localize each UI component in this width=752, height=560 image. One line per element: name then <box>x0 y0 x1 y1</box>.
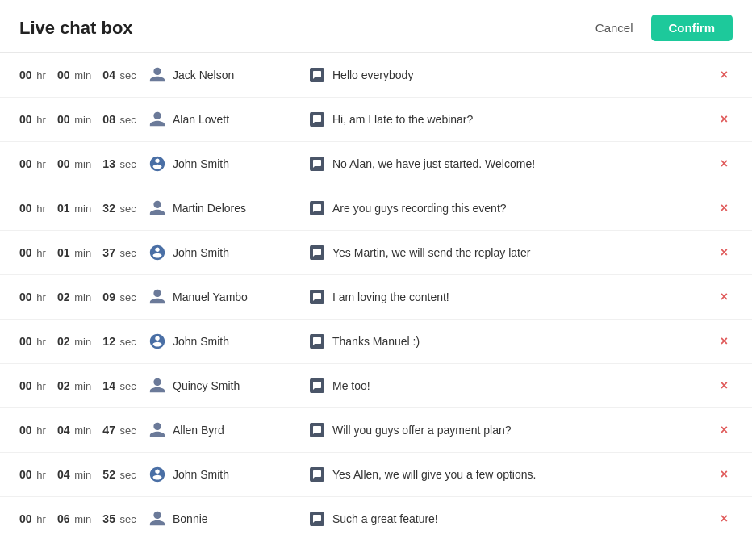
time-hr: 00 <box>19 69 32 81</box>
delete-button[interactable]: × <box>716 155 733 173</box>
time-sec-label: sec <box>117 247 136 259</box>
chat-bubble-icon <box>310 157 324 171</box>
message-text: Yes Allen, we will give you a few option… <box>332 468 536 481</box>
chat-bubble-icon <box>310 112 324 127</box>
guest-icon <box>148 199 166 217</box>
time-hr: 00 <box>19 335 32 348</box>
delete-button[interactable]: × <box>716 244 733 261</box>
time-sec: 04 <box>102 69 115 81</box>
message-text: Hi, am I late to the webinar? <box>332 113 473 126</box>
time-block: 00 hr 02 min 09 sec <box>19 290 148 303</box>
delete-button[interactable]: × <box>716 66 733 84</box>
cancel-button[interactable]: Cancel <box>587 16 641 40</box>
time-min-label: min <box>72 380 98 392</box>
time-hr: 00 <box>19 246 32 259</box>
chat-bubble-icon <box>310 290 324 304</box>
chat-bubble-icon <box>310 245 324 260</box>
table-row: 00 hr 00 min 08 sec Alan LovettHi, am I … <box>0 98 752 142</box>
time-block: 00 hr 01 min 37 sec <box>19 246 148 259</box>
user-name: John Smith <box>173 335 229 348</box>
time-sec: 52 <box>102 468 115 481</box>
time-min-label: min <box>72 291 98 303</box>
delete-button[interactable]: × <box>716 332 733 350</box>
time-hr-label: hr <box>34 336 52 348</box>
time-sec: 47 <box>102 424 115 437</box>
time-block: 00 hr 00 min 13 sec <box>19 157 148 170</box>
time-min-label: min <box>72 247 98 259</box>
time-hr: 00 <box>19 424 32 437</box>
time-block: 00 hr 00 min 08 sec <box>19 113 148 126</box>
time-min-label: min <box>72 203 98 215</box>
delete-button[interactable]: × <box>716 466 733 483</box>
user-name: Quincy Smith <box>173 379 240 392</box>
host-icon <box>148 244 166 261</box>
message-block: Yes Allen, we will give you a few option… <box>310 467 716 482</box>
user-name: John Smith <box>173 246 229 259</box>
time-hr: 00 <box>19 290 32 303</box>
table-row: 00 hr 00 min 13 sec John SmithNo Alan, w… <box>0 142 752 186</box>
user-block: Alan Lovett <box>148 111 310 128</box>
chat-bubble-icon <box>310 201 324 215</box>
message-text: I am loving the content! <box>332 290 449 303</box>
guest-icon <box>148 377 166 395</box>
delete-button[interactable]: × <box>716 510 733 528</box>
time-min: 04 <box>57 424 70 437</box>
time-hr: 00 <box>19 468 32 481</box>
time-min-label: min <box>72 469 98 481</box>
delete-button[interactable]: × <box>716 111 733 128</box>
time-hr: 00 <box>19 512 32 525</box>
user-block: John Smith <box>148 466 310 483</box>
message-block: Thanks Manuel :) <box>310 334 716 349</box>
user-name: Martin Delores <box>173 202 246 215</box>
time-block: 00 hr 01 min 32 sec <box>19 202 148 215</box>
host-icon <box>148 466 166 483</box>
page-title: Live chat box <box>19 18 133 39</box>
delete-button[interactable]: × <box>716 199 733 217</box>
time-sec: 14 <box>102 379 115 392</box>
delete-button[interactable]: × <box>716 288 733 306</box>
message-block: No Alan, we have just started. Welcome! <box>310 157 716 171</box>
time-min: 02 <box>57 379 70 392</box>
table-row: 00 hr 04 min 52 sec John SmithYes Allen,… <box>0 453 752 497</box>
delete-button[interactable]: × <box>716 421 733 439</box>
time-block: 00 hr 04 min 52 sec <box>19 468 148 481</box>
host-icon <box>148 332 166 350</box>
delete-button[interactable]: × <box>716 377 733 395</box>
time-sec: 08 <box>102 113 115 126</box>
message-block: Such a great feature! <box>310 512 716 526</box>
time-sec: 35 <box>102 512 115 525</box>
host-icon <box>148 155 166 173</box>
time-hr-label: hr <box>34 291 52 303</box>
time-sec: 13 <box>102 157 115 170</box>
time-block: 00 hr 00 min 04 sec <box>19 69 148 81</box>
time-min: 00 <box>57 69 70 81</box>
time-sec-label: sec <box>117 291 136 303</box>
table-row: 00 hr 02 min 12 sec John SmithThanks Man… <box>0 320 752 364</box>
table-row: 00 hr 00 min 04 sec Jack NelsonHello eve… <box>0 53 752 98</box>
message-block: I am loving the content! <box>310 290 716 304</box>
time-min: 06 <box>57 512 70 525</box>
user-name: Bonnie <box>173 512 208 525</box>
time-hr: 00 <box>19 157 32 170</box>
time-sec-label: sec <box>117 114 136 126</box>
message-block: Hello everybody <box>310 68 716 82</box>
user-block: Manuel Yambo <box>148 288 310 306</box>
guest-icon <box>148 288 166 306</box>
user-name: Manuel Yambo <box>173 290 248 303</box>
time-sec: 37 <box>102 246 115 259</box>
message-text: Hello everybody <box>332 69 413 81</box>
user-block: Martin Delores <box>148 199 310 217</box>
user-block: Jack Nelson <box>148 66 310 84</box>
message-block: Me too! <box>310 378 716 393</box>
time-hr-label: hr <box>34 380 52 392</box>
time-min: 02 <box>57 335 70 348</box>
time-sec: 09 <box>102 290 115 303</box>
chat-bubble-icon <box>310 512 324 526</box>
user-block: John Smith <box>148 332 310 350</box>
time-min-label: min <box>72 114 98 126</box>
message-text: Yes Martin, we will send the replay late… <box>332 246 530 259</box>
confirm-button[interactable]: Confirm <box>651 15 733 41</box>
chat-bubble-icon <box>310 68 324 82</box>
time-sec-label: sec <box>117 469 136 481</box>
chat-list: 00 hr 00 min 04 sec Jack NelsonHello eve… <box>0 53 752 541</box>
